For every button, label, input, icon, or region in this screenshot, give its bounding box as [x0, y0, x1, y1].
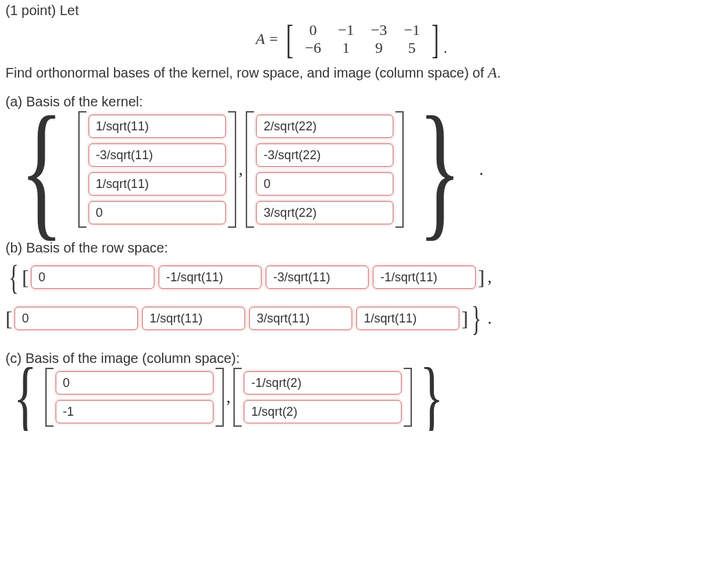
- right-bracket-icon: ]: [431, 24, 439, 54]
- answer-input[interactable]: 3/sqrt(11): [249, 307, 352, 330]
- image-vector-2: -1/sqrt(2) 1/sqrt(2): [242, 368, 404, 426]
- answer-input[interactable]: 1/sqrt(11): [89, 115, 226, 138]
- matrix-suffix: .: [443, 39, 448, 57]
- matrix-cell: 5: [395, 39, 428, 57]
- row-space-vector-2: [ 0 1/sqrt(11) 3/sqrt(11) 1/sqrt(11) ] }…: [5, 298, 698, 338]
- matrix-cell: −3: [362, 21, 395, 39]
- matrix-label: A =: [256, 30, 279, 48]
- matrix-cell: −1: [395, 21, 428, 39]
- right-bracket-icon: ]: [478, 266, 485, 289]
- right-bracket-icon: [395, 111, 404, 228]
- period: .: [485, 308, 495, 329]
- right-bracket-icon: [404, 368, 412, 427]
- answer-input[interactable]: -1: [56, 400, 214, 423]
- answer-input[interactable]: -1/sqrt(2): [244, 371, 402, 395]
- matrix-cell: −1: [330, 21, 362, 39]
- left-bracket-icon: [: [286, 24, 293, 54]
- problem-prefix: (1 point) Let: [5, 3, 698, 19]
- left-brace-icon: {: [9, 257, 19, 297]
- answer-input[interactable]: 2/sqrt(22): [256, 115, 393, 138]
- right-brace-icon: }: [418, 115, 461, 224]
- left-brace-icon: {: [20, 115, 63, 224]
- answer-input[interactable]: -3/sqrt(22): [256, 143, 393, 167]
- right-brace-icon: }: [420, 370, 444, 425]
- kernel-vector-1: 1/sqrt(11) -3/sqrt(11) 1/sqrt(11) 0: [87, 112, 228, 227]
- kernel-vector-2: 2/sqrt(22) -3/sqrt(22) 0 3/sqrt(22): [254, 112, 395, 227]
- left-bracket-icon: [: [22, 266, 29, 289]
- comma: ,: [485, 267, 495, 287]
- comma: ,: [224, 387, 234, 408]
- answer-input[interactable]: 0: [56, 371, 214, 395]
- left-bracket-icon: [45, 368, 54, 427]
- answer-input[interactable]: -1/sqrt(11): [159, 266, 262, 289]
- answer-input[interactable]: 1/sqrt(11): [142, 307, 245, 330]
- answer-input[interactable]: 0: [89, 201, 226, 224]
- answer-input[interactable]: 0: [14, 307, 138, 330]
- answer-input[interactable]: 1/sqrt(11): [89, 172, 226, 196]
- matrix-cell: 0: [297, 21, 330, 39]
- answer-input[interactable]: 3/sqrt(22): [256, 201, 393, 224]
- answer-input[interactable]: 0: [31, 266, 154, 289]
- left-bracket-icon: [78, 111, 87, 228]
- left-brace-icon: {: [14, 370, 38, 425]
- matrix-cell: 9: [362, 39, 395, 57]
- answer-input[interactable]: -1/sqrt(11): [373, 266, 476, 289]
- right-bracket-icon: [228, 111, 236, 228]
- matrix-cell: −6: [297, 39, 330, 57]
- answer-input[interactable]: 1/sqrt(11): [356, 307, 459, 330]
- part-c-label: (c) Basis of the image (column space):: [5, 351, 698, 366]
- right-bracket-icon: [216, 368, 224, 427]
- answer-input[interactable]: 1/sqrt(2): [244, 400, 402, 423]
- matrix-display: A = [ 0 −1 −3 −1 −6 1 9 5 ] .: [5, 21, 698, 57]
- left-bracket-icon: [233, 368, 242, 427]
- comma: ,: [236, 159, 246, 180]
- right-brace-icon: }: [472, 298, 481, 338]
- answer-input[interactable]: 0: [256, 172, 393, 196]
- row-space-vector-1: { [ 0 -1/sqrt(11) -3/sqrt(11) -1/sqrt(11…: [5, 257, 698, 297]
- right-bracket-icon: ]: [461, 307, 468, 330]
- matrix-cell: 1: [330, 39, 362, 57]
- part-a-label: (a) Basis of the kernel:: [5, 94, 698, 110]
- left-bracket-icon: [246, 111, 254, 228]
- answer-input[interactable]: -3/sqrt(11): [266, 266, 369, 289]
- period: .: [476, 159, 487, 180]
- image-vector-1: 0 -1: [54, 368, 216, 426]
- part-b-label: (b) Basis of the row space:: [5, 240, 698, 256]
- answer-input[interactable]: -3/sqrt(11): [89, 143, 226, 167]
- instruction-text: Find orthonormal bases of the kernel, ro…: [5, 64, 698, 82]
- left-bracket-icon: [: [5, 307, 12, 330]
